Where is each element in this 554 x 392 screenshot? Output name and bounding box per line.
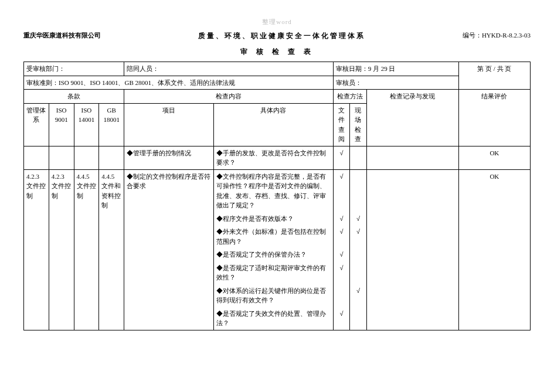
criteria-value: ISO 9001、ISO 14001、GB 28001、体系文件、适用的法律法规 — [59, 79, 235, 86]
table-head-row-1: 条款 检查内容 检查方法 检查记录与发现 结果评价 — [24, 90, 531, 104]
r2-d1-doc: √ — [333, 169, 350, 212]
data-row-1: ◆管理手册的控制情况 ◆手册的发放、更改是否符合文件控制要求？ √ OK — [24, 146, 531, 169]
companion-label: 陪同人员： — [127, 65, 159, 72]
auditor-cell: 审核员： — [333, 76, 458, 90]
head-detail: 具体内容 — [213, 103, 333, 146]
r2-d3: ◆外来文件（如标准）是否包括在控制范围内？ — [213, 225, 333, 248]
document-subtitle: 审 核 检 查 表 — [23, 47, 531, 57]
r2-record — [366, 169, 458, 330]
r2-d6-doc — [333, 284, 350, 307]
r2-d5: ◆是否规定了适时和定期评审文件的有效性？ — [213, 261, 333, 284]
doc-no-value: HYKD-R-8.2.3-03 — [482, 32, 531, 39]
date-label: 审核日期： — [336, 65, 368, 72]
r2-d3-site: √ — [350, 225, 367, 248]
r2-d4: ◆是否规定了文件的保管办法？ — [213, 248, 333, 261]
r2-gb18001: 4.4.5 文件和资料控制 — [99, 169, 124, 330]
head-record: 检查记录与发现 — [366, 90, 458, 146]
r2-d7-doc: √ — [333, 307, 350, 330]
r2-d2-site: √ — [350, 212, 367, 226]
r2-d2: ◆程序文件是否有效版本？ — [213, 212, 333, 226]
criteria-cell: 审核准则：ISO 9001、ISO 14001、GB 28001、体系文件、适用… — [24, 76, 334, 90]
r1-doc-check: √ — [333, 146, 350, 169]
head-check-content-group: 检查内容 — [124, 90, 334, 104]
head-mgmt: 管理体系 — [24, 103, 49, 146]
head-iso9001: ISO 9001 — [49, 103, 74, 146]
r2-project: ◆制定的文件控制程序是否符合要求 — [124, 169, 214, 330]
head-project: 项目 — [124, 103, 214, 146]
document-number: 编号：HYKD-R-8.2.3-03 — [463, 31, 531, 40]
r1-iso9001 — [49, 146, 74, 169]
r2-d4-site — [350, 248, 367, 261]
r2-d2-doc: √ — [333, 212, 350, 226]
r2-d1: ◆文件控制程序内容是否完整，是否有可操作性？程序中是否对文件的编制、批准、发布、… — [213, 169, 333, 212]
head-method-group: 检查方法 — [333, 90, 366, 104]
watermark-text: 整理word — [23, 18, 531, 26]
r2-d6: ◆对体系的运行起关键作用的岗位是否得到现行有效文件？ — [213, 284, 333, 307]
r2-d4-doc: √ — [333, 248, 350, 261]
r2-iso14001: 4.4.5 文件控制 — [74, 169, 99, 330]
meta-row-1: 受审核部门： 陪同人员： 审核日期：9 月 29 日 第 页 / 共 页 — [24, 62, 531, 76]
company-name: 重庆华医康道科技有限公司 — [23, 31, 101, 40]
r2-d1-site — [350, 169, 367, 212]
head-clause-group: 条款 — [24, 90, 124, 104]
page-header: 重庆华医康道科技有限公司 质量、环境、职业健康安全一体化管理体系 编号：HYKD… — [23, 31, 531, 41]
date-value: 9 月 29 日 — [368, 65, 396, 72]
r1-record — [366, 146, 458, 169]
r1-iso14001 — [74, 146, 99, 169]
document-title: 质量、环境、职业健康安全一体化管理体系 — [101, 31, 463, 41]
dept-label: 受审核部门： — [26, 65, 65, 72]
head-iso14001: ISO 14001 — [74, 103, 99, 146]
r1-gb18001 — [99, 146, 124, 169]
criteria-label: 审核准则： — [26, 79, 59, 86]
head-gb18001: GB 18001 — [99, 103, 124, 146]
r1-mgmt — [24, 146, 49, 169]
r2-iso9001: 4.2.3 文件控制 — [49, 169, 74, 330]
dept-cell: 受审核部门： — [24, 62, 124, 76]
head-result: 结果评价 — [458, 90, 530, 146]
head-site-check: 现场检查 — [350, 103, 367, 146]
r1-detail: ◆手册的发放、更改是否符合文件控制要求？ — [213, 146, 333, 169]
companion-cell: 陪同人员： — [124, 62, 334, 76]
r2-d3-doc: √ — [333, 225, 350, 248]
r2-mgmt: 4.2.3 文件控制 — [24, 169, 49, 330]
date-cell: 审核日期：9 月 29 日 — [333, 62, 458, 76]
auditor-label: 审核员： — [336, 79, 362, 86]
audit-table: 受审核部门： 陪同人员： 审核日期：9 月 29 日 第 页 / 共 页 审核准… — [23, 62, 531, 330]
page-cell: 第 页 / 共 页 — [458, 62, 530, 90]
r1-project: ◆管理手册的控制情况 — [124, 146, 214, 169]
doc-no-label: 编号： — [463, 32, 482, 39]
r1-result: OK — [458, 146, 530, 169]
r2-d7: ◆是否规定了失效文件的处置、管理办法？ — [213, 307, 333, 330]
r2-d6-site: √ — [350, 284, 367, 307]
data-row-2-1: 4.2.3 文件控制 4.2.3 文件控制 4.4.5 文件控制 4.4.5 文… — [24, 169, 531, 212]
meta-row-2: 审核准则：ISO 9001、ISO 14001、GB 28001、体系文件、适用… — [24, 76, 531, 90]
r2-d5-site — [350, 261, 367, 284]
r1-site-check — [350, 146, 367, 169]
r2-d7-site — [350, 307, 367, 330]
r2-result: OK — [458, 169, 530, 330]
head-doc-review: 文件查阅 — [333, 103, 350, 146]
r2-d5-doc: √ — [333, 261, 350, 284]
